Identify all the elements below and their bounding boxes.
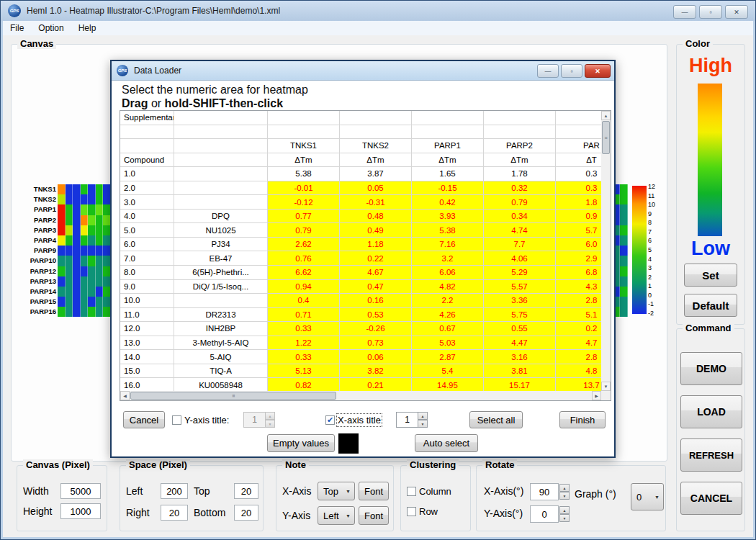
table-cell[interactable]: [484, 111, 556, 125]
table-cell[interactable]: 15.0: [120, 364, 174, 379]
empty-value-color-swatch[interactable]: [338, 433, 359, 454]
table-cell[interactable]: 13.7: [556, 378, 601, 391]
table-cell[interactable]: 5.29: [484, 266, 556, 280]
table-cell[interactable]: 12.0: [120, 322, 174, 336]
table-cell[interactable]: [340, 125, 412, 140]
note-y-font-button[interactable]: Font: [359, 506, 389, 525]
table-cell[interactable]: 4.26: [412, 308, 484, 323]
table-cell[interactable]: 5-AIQ: [174, 350, 268, 364]
load-button[interactable]: LOAD: [680, 395, 742, 428]
vertical-scrollbar[interactable]: ▲ ≡ ▼: [601, 111, 611, 391]
table-cell[interactable]: 1.8: [556, 195, 601, 210]
table-cell[interactable]: 0.33: [268, 322, 340, 336]
minimize-button[interactable]: —: [673, 5, 696, 19]
dialog-minimize-button[interactable]: —: [537, 64, 559, 78]
table-cell[interactable]: 15.17: [484, 378, 556, 391]
table-cell[interactable]: [556, 111, 601, 125]
table-cell[interactable]: 5.1: [556, 308, 601, 323]
table-cell[interactable]: 2.2: [412, 294, 484, 308]
table-cell[interactable]: 0.34: [484, 210, 556, 224]
table-cell[interactable]: 6.0: [556, 238, 601, 252]
table-cell[interactable]: 0.53: [340, 308, 412, 323]
scroll-right-icon[interactable]: ▶: [592, 391, 601, 400]
table-cell[interactable]: 8.0: [120, 266, 174, 280]
menu-help[interactable]: Help: [71, 22, 104, 35]
table-cell[interactable]: 6.06: [412, 266, 484, 280]
rotate-x-field[interactable]: 90: [530, 483, 559, 500]
dialog-maximize-button[interactable]: ▫: [561, 64, 582, 78]
table-cell[interactable]: 0.42: [412, 195, 484, 210]
x-axis-title-checkbox[interactable]: ✔ X-axis title: [325, 415, 381, 426]
table-cell[interactable]: 5.38: [268, 167, 340, 181]
table-cell[interactable]: [174, 195, 268, 210]
table-cell[interactable]: 0.49: [340, 223, 412, 238]
table-cell[interactable]: -0.26: [340, 322, 412, 336]
cancel-command-button[interactable]: CANCEL: [680, 482, 742, 515]
table-cell[interactable]: 0.4: [268, 294, 340, 308]
table-cell[interactable]: 10.0: [120, 294, 174, 308]
table-cell[interactable]: 3.93: [412, 210, 484, 224]
table-cell[interactable]: Supplementary...: [120, 111, 174, 125]
dialog-close-button[interactable]: ✕: [585, 64, 611, 78]
table-cell[interactable]: 4.3: [556, 280, 601, 294]
empty-values-button[interactable]: Empty values: [267, 434, 335, 452]
spin-up-icon[interactable]: ▲: [418, 412, 428, 420]
x-axis-title-spinner[interactable]: 1 ▲▼: [396, 412, 428, 428]
table-cell[interactable]: 4.47: [484, 336, 556, 351]
note-y-axis-dropdown[interactable]: Left▼: [318, 506, 355, 525]
width-field[interactable]: 5000: [60, 483, 101, 499]
table-cell[interactable]: INH2BP: [174, 322, 268, 336]
table-cell[interactable]: 3.2: [412, 251, 484, 266]
table-cell[interactable]: 6.62: [268, 266, 340, 280]
table-cell[interactable]: 0.05: [340, 181, 412, 196]
color-default-button[interactable]: Default: [684, 294, 737, 317]
table-cell[interactable]: 3.0: [120, 195, 174, 210]
close-button[interactable]: ✕: [725, 5, 748, 19]
table-cell[interactable]: 7.16: [412, 238, 484, 252]
table-cell[interactable]: 14.0: [120, 350, 174, 364]
table-cell[interactable]: PARP1: [412, 139, 484, 153]
table-cell[interactable]: 4.8: [556, 364, 601, 379]
table-cell[interactable]: 4.82: [412, 280, 484, 294]
menu-option[interactable]: Option: [31, 22, 71, 35]
finish-button[interactable]: Finish: [559, 411, 606, 428]
table-cell[interactable]: 0.94: [268, 280, 340, 294]
auto-select-button[interactable]: Auto select: [415, 434, 478, 452]
table-cell[interactable]: 5.03: [412, 336, 484, 351]
table-cell[interactable]: [412, 125, 484, 140]
table-cell[interactable]: 11.0: [120, 308, 174, 323]
table-cell[interactable]: PAR: [556, 139, 601, 153]
rotate-y-field[interactable]: 0: [530, 505, 559, 523]
table-cell[interactable]: 3-Methyl-5-AIQ: [174, 336, 268, 351]
table-cell[interactable]: [268, 125, 340, 140]
table-cell[interactable]: 0.47: [340, 280, 412, 294]
table-cell[interactable]: [174, 153, 268, 168]
color-set-button[interactable]: Set: [684, 264, 737, 287]
table-cell[interactable]: [340, 111, 412, 125]
y-axis-title-checkbox[interactable]: Y-axis title:: [172, 415, 229, 426]
table-cell[interactable]: 2.0: [120, 181, 174, 196]
table-cell[interactable]: 5.38: [412, 223, 484, 238]
table-cell[interactable]: 0.32: [484, 181, 556, 196]
table-cell[interactable]: [556, 125, 601, 140]
table-cell[interactable]: 2.9: [556, 251, 601, 266]
spin-up-icon[interactable]: ▲: [265, 412, 275, 420]
table-cell[interactable]: ΔTm: [412, 153, 484, 168]
table-cell[interactable]: -0.15: [412, 181, 484, 196]
table-cell[interactable]: [174, 181, 268, 196]
table-cell[interactable]: 6.8: [556, 266, 601, 280]
table-cell[interactable]: DR2313: [174, 308, 268, 323]
table-cell[interactable]: 0.71: [268, 308, 340, 323]
table-cell[interactable]: 16.0: [120, 378, 174, 391]
spin-up-icon[interactable]: ▲: [559, 506, 570, 514]
table-cell[interactable]: TIQ-A: [174, 364, 268, 379]
table-cell[interactable]: TNKS1: [268, 139, 340, 153]
table-cell[interactable]: 0.79: [268, 223, 340, 238]
table-cell[interactable]: TNKS2: [340, 139, 412, 153]
table-cell[interactable]: [268, 111, 340, 125]
horizontal-scroll-thumb[interactable]: ≡: [130, 392, 336, 400]
demo-button[interactable]: DEMO: [680, 352, 742, 385]
menu-file[interactable]: File: [3, 22, 31, 35]
table-cell[interactable]: 0.76: [268, 251, 340, 266]
spin-down-icon[interactable]: ▼: [559, 492, 570, 500]
